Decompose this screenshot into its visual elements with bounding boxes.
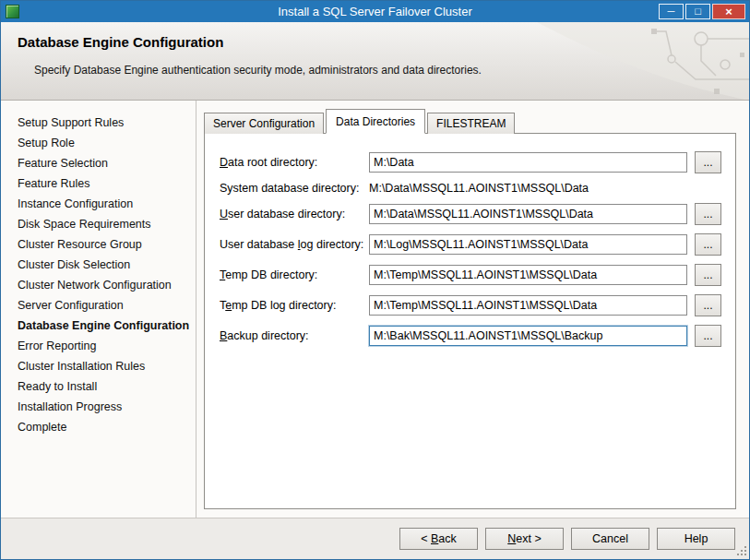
system-database-directory-label: System database directory: [220,182,369,195]
back-button[interactable]: < Back [399,528,478,550]
sidebar-item-setup-support-rules[interactable]: Setup Support Rules [18,113,196,133]
maximize-icon: □ [695,5,701,18]
sidebar: Setup Support Rules Setup Role Feature S… [1,101,196,518]
tab-strip: Server Configuration Data Directories FI… [204,109,736,133]
field-row-backup: Backup directory: ... [220,325,721,347]
help-button[interactable]: Help [657,528,735,550]
resize-grip[interactable] [735,545,747,557]
sidebar-item-feature-rules[interactable]: Feature Rules [18,173,196,194]
tempdb-directory-label: Temp DB directory: [220,268,369,281]
sidebar-item-server-configuration[interactable]: Server Configuration [18,295,196,316]
tempdb-directory-input[interactable] [369,265,687,285]
sidebar-item-feature-selection[interactable]: Feature Selection [18,153,196,173]
sidebar-item-setup-role[interactable]: Setup Role [18,133,196,153]
user-database-directory-label: User database directory: [220,208,369,220]
browse-tempdb-button[interactable]: ... [695,264,721,286]
field-row-data-root: Data root directory: ... [220,151,721,173]
close-icon: × [725,5,732,18]
sidebar-item-instance-configuration[interactable]: Instance Configuration [18,194,196,214]
sidebar-item-complete[interactable]: Complete [18,417,196,437]
main-panel: Server Configuration Data Directories FI… [196,101,749,518]
tab-data-directories[interactable]: Data Directories [326,109,425,134]
page-title: Database Engine Configuration [1,22,749,50]
close-button[interactable]: × [712,4,745,19]
minimize-button[interactable]: ─ [659,4,684,19]
sidebar-item-installation-progress[interactable]: Installation Progress [18,397,196,417]
sidebar-item-cluster-network-configuration[interactable]: Cluster Network Configuration [18,275,196,295]
backup-directory-input[interactable] [369,326,687,346]
next-button[interactable]: Next > [485,528,564,550]
page-header: Database Engine Configuration Specify Da… [1,22,749,101]
tempdb-log-directory-input[interactable] [369,295,687,316]
sidebar-item-ready-to-install[interactable]: Ready to Install [18,376,196,397]
cancel-button[interactable]: Cancel [571,528,649,550]
sidebar-item-cluster-disk-selection[interactable]: Cluster Disk Selection [18,255,196,275]
data-root-directory-input[interactable] [369,152,687,173]
field-row-user-database: User database directory: ... [220,203,721,225]
window-title: Install a SQL Server Failover Cluster [1,1,749,22]
sidebar-item-error-reporting[interactable]: Error Reporting [18,336,196,356]
field-row-user-database-log: User database log directory: ... [220,233,721,256]
browse-user-database-button[interactable]: ... [695,203,721,225]
setup-wizard-window: Install a SQL Server Failover Cluster ─ … [0,0,750,560]
browse-tempdb-log-button[interactable]: ... [695,294,721,316]
field-row-tempdb: Temp DB directory: ... [220,264,721,286]
page-subtitle: Specify Database Engine authentication s… [1,50,749,77]
browse-backup-button[interactable]: ... [695,325,721,347]
tab-filestream[interactable]: FILESTREAM [427,113,515,134]
footer-button-bar: < Back Next > Cancel Help [1,518,749,559]
maximize-button[interactable]: □ [685,4,710,19]
titlebar: Install a SQL Server Failover Cluster ─ … [1,1,749,22]
app-icon [6,5,19,18]
field-row-tempdb-log: Temp DB log directory: ... [220,294,721,316]
sidebar-item-database-engine-configuration[interactable]: Database Engine Configuration [18,316,196,336]
sidebar-item-cluster-installation-rules[interactable]: Cluster Installation Rules [18,356,196,376]
browse-data-root-button[interactable]: ... [695,151,721,173]
data-root-directory-label: Data root directory: [220,156,369,169]
user-database-log-directory-input[interactable] [369,234,687,255]
system-database-directory-value: M:\Data\MSSQL11.AOINST1\MSSQL\Data [369,182,589,195]
minimize-icon: ─ [668,5,675,18]
field-row-system-database: System database directory: M:\Data\MSSQL… [220,182,721,195]
tab-server-configuration[interactable]: Server Configuration [204,113,324,134]
sidebar-item-cluster-resource-group[interactable]: Cluster Resource Group [18,234,196,255]
backup-directory-label: Backup directory: [220,329,369,342]
tempdb-log-directory-label: Temp DB log directory: [220,299,369,312]
browse-user-database-log-button[interactable]: ... [695,233,721,256]
user-database-log-directory-label: User database log directory: [220,238,369,251]
window-controls: ─ □ × [657,4,749,19]
data-directories-panel: Data root directory: ... System database… [204,133,736,509]
user-database-directory-input[interactable] [369,204,687,224]
content-area: Setup Support Rules Setup Role Feature S… [1,101,749,518]
sidebar-item-disk-space-requirements[interactable]: Disk Space Requirements [18,214,196,234]
